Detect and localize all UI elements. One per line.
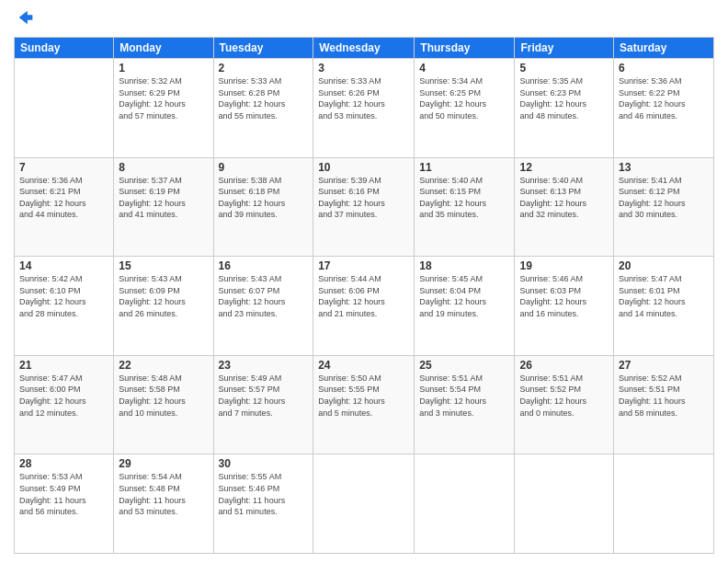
weekday-header-row: Sunday Monday Tuesday Wednesday Thursday… <box>15 38 714 59</box>
logo-icon <box>16 7 36 28</box>
day-number-6: 6 <box>619 62 709 75</box>
cell-week2-day6: 20Sunrise: 5:47 AM Sunset: 6:01 PM Dayli… <box>614 257 714 356</box>
day-number-17: 17 <box>318 259 409 272</box>
cell-content-24: Sunrise: 5:50 AM Sunset: 5:55 PM Dayligh… <box>318 373 409 419</box>
day-number-21: 21 <box>19 359 108 372</box>
cell-content-3: Sunrise: 5:33 AM Sunset: 6:26 PM Dayligh… <box>318 75 409 121</box>
day-number-3: 3 <box>318 62 409 75</box>
day-number-22: 22 <box>119 359 208 372</box>
cell-content-26: Sunrise: 5:51 AM Sunset: 5:52 PM Dayligh… <box>519 373 609 419</box>
cell-week4-day6 <box>614 454 714 554</box>
day-number-9: 9 <box>219 161 309 174</box>
cell-week3-day3: 24Sunrise: 5:50 AM Sunset: 5:55 PM Dayli… <box>313 355 415 454</box>
cell-week0-day2: 2Sunrise: 5:33 AM Sunset: 6:28 PM Daylig… <box>213 59 313 158</box>
cell-content-25: Sunrise: 5:51 AM Sunset: 5:54 PM Dayligh… <box>419 373 509 419</box>
header-wednesday: Wednesday <box>313 38 415 59</box>
cell-content-10: Sunrise: 5:39 AM Sunset: 6:16 PM Dayligh… <box>318 175 409 221</box>
day-number-11: 11 <box>419 161 509 174</box>
cell-week4-day1: 29Sunrise: 5:54 AM Sunset: 5:48 PM Dayli… <box>114 454 213 554</box>
calendar-table: Sunday Monday Tuesday Wednesday Thursday… <box>14 37 714 554</box>
cell-week2-day1: 15Sunrise: 5:43 AM Sunset: 6:09 PM Dayli… <box>114 257 213 356</box>
week-row-3: 21Sunrise: 5:47 AM Sunset: 6:00 PM Dayli… <box>15 355 714 454</box>
day-number-7: 7 <box>19 161 108 174</box>
cell-content-1: Sunrise: 5:32 AM Sunset: 6:29 PM Dayligh… <box>119 75 208 121</box>
cell-content-8: Sunrise: 5:37 AM Sunset: 6:19 PM Dayligh… <box>119 175 208 221</box>
cell-week2-day0: 14Sunrise: 5:42 AM Sunset: 6:10 PM Dayli… <box>15 257 114 356</box>
cell-content-4: Sunrise: 5:34 AM Sunset: 6:25 PM Dayligh… <box>419 75 509 121</box>
day-number-27: 27 <box>619 359 709 372</box>
header-monday: Monday <box>114 38 213 59</box>
cell-content-11: Sunrise: 5:40 AM Sunset: 6:15 PM Dayligh… <box>419 175 509 221</box>
day-number-26: 26 <box>519 359 609 372</box>
header-saturday: Saturday <box>614 38 714 59</box>
cell-content-30: Sunrise: 5:55 AM Sunset: 5:46 PM Dayligh… <box>219 471 309 517</box>
calendar-body: 1Sunrise: 5:32 AM Sunset: 6:29 PM Daylig… <box>15 59 714 554</box>
day-number-24: 24 <box>318 359 409 372</box>
day-number-12: 12 <box>519 161 609 174</box>
day-number-23: 23 <box>219 359 309 372</box>
header-friday: Friday <box>515 38 614 59</box>
week-row-0: 1Sunrise: 5:32 AM Sunset: 6:29 PM Daylig… <box>15 59 714 158</box>
cell-week1-day5: 12Sunrise: 5:40 AM Sunset: 6:13 PM Dayli… <box>515 157 614 257</box>
header-thursday: Thursday <box>415 38 515 59</box>
day-number-14: 14 <box>19 259 108 272</box>
cell-content-15: Sunrise: 5:43 AM Sunset: 6:09 PM Dayligh… <box>119 273 208 319</box>
day-number-20: 20 <box>619 259 709 272</box>
cell-content-13: Sunrise: 5:41 AM Sunset: 6:12 PM Dayligh… <box>619 175 709 221</box>
cell-week0-day5: 5Sunrise: 5:35 AM Sunset: 6:23 PM Daylig… <box>515 59 614 158</box>
cell-week4-day5 <box>515 454 614 554</box>
cell-week2-day4: 18Sunrise: 5:45 AM Sunset: 6:04 PM Dayli… <box>415 257 515 356</box>
day-number-29: 29 <box>119 457 208 470</box>
day-number-13: 13 <box>619 161 709 174</box>
cell-week0-day0 <box>15 59 114 158</box>
cell-content-5: Sunrise: 5:35 AM Sunset: 6:23 PM Dayligh… <box>519 75 609 121</box>
cell-week1-day6: 13Sunrise: 5:41 AM Sunset: 6:12 PM Dayli… <box>614 157 714 257</box>
cell-content-2: Sunrise: 5:33 AM Sunset: 6:28 PM Dayligh… <box>219 75 309 121</box>
cell-week1-day0: 7Sunrise: 5:36 AM Sunset: 6:21 PM Daylig… <box>15 157 114 257</box>
cell-content-19: Sunrise: 5:46 AM Sunset: 6:03 PM Dayligh… <box>519 273 609 319</box>
page: Sunday Monday Tuesday Wednesday Thursday… <box>0 0 728 563</box>
cell-week4-day4 <box>415 454 515 554</box>
day-number-2: 2 <box>219 62 309 75</box>
cell-week0-day6: 6Sunrise: 5:36 AM Sunset: 6:22 PM Daylig… <box>614 59 714 158</box>
day-number-28: 28 <box>19 457 108 470</box>
cell-week0-day3: 3Sunrise: 5:33 AM Sunset: 6:26 PM Daylig… <box>313 59 415 158</box>
day-number-8: 8 <box>119 161 208 174</box>
cell-content-20: Sunrise: 5:47 AM Sunset: 6:01 PM Dayligh… <box>619 273 709 319</box>
day-number-10: 10 <box>318 161 409 174</box>
cell-content-9: Sunrise: 5:38 AM Sunset: 6:18 PM Dayligh… <box>219 175 309 221</box>
cell-week1-day1: 8Sunrise: 5:37 AM Sunset: 6:19 PM Daylig… <box>114 157 213 257</box>
cell-content-16: Sunrise: 5:43 AM Sunset: 6:07 PM Dayligh… <box>219 273 309 319</box>
cell-content-27: Sunrise: 5:52 AM Sunset: 5:51 PM Dayligh… <box>619 373 709 419</box>
cell-week3-day2: 23Sunrise: 5:49 AM Sunset: 5:57 PM Dayli… <box>213 355 313 454</box>
cell-content-7: Sunrise: 5:36 AM Sunset: 6:21 PM Dayligh… <box>19 175 108 221</box>
day-number-25: 25 <box>419 359 509 372</box>
day-number-15: 15 <box>119 259 208 272</box>
week-row-1: 7Sunrise: 5:36 AM Sunset: 6:21 PM Daylig… <box>15 157 714 257</box>
cell-content-17: Sunrise: 5:44 AM Sunset: 6:06 PM Dayligh… <box>318 273 409 319</box>
cell-content-18: Sunrise: 5:45 AM Sunset: 6:04 PM Dayligh… <box>419 273 509 319</box>
cell-week0-day4: 4Sunrise: 5:34 AM Sunset: 6:25 PM Daylig… <box>415 59 515 158</box>
cell-content-29: Sunrise: 5:54 AM Sunset: 5:48 PM Dayligh… <box>119 471 208 517</box>
cell-week3-day5: 26Sunrise: 5:51 AM Sunset: 5:52 PM Dayli… <box>515 355 614 454</box>
cell-week2-day3: 17Sunrise: 5:44 AM Sunset: 6:06 PM Dayli… <box>313 257 415 356</box>
header-tuesday: Tuesday <box>213 38 313 59</box>
day-number-1: 1 <box>119 62 208 75</box>
cell-week3-day1: 22Sunrise: 5:48 AM Sunset: 5:58 PM Dayli… <box>114 355 213 454</box>
day-number-30: 30 <box>219 457 309 470</box>
cell-content-28: Sunrise: 5:53 AM Sunset: 5:49 PM Dayligh… <box>19 471 108 517</box>
cell-week4-day0: 28Sunrise: 5:53 AM Sunset: 5:49 PM Dayli… <box>15 454 114 554</box>
day-number-4: 4 <box>419 62 509 75</box>
day-number-5: 5 <box>519 62 609 75</box>
day-number-16: 16 <box>219 259 309 272</box>
cell-week3-day6: 27Sunrise: 5:52 AM Sunset: 5:51 PM Dayli… <box>614 355 714 454</box>
cell-content-23: Sunrise: 5:49 AM Sunset: 5:57 PM Dayligh… <box>219 373 309 419</box>
cell-content-6: Sunrise: 5:36 AM Sunset: 6:22 PM Dayligh… <box>619 75 709 121</box>
cell-week1-day2: 9Sunrise: 5:38 AM Sunset: 6:18 PM Daylig… <box>213 157 313 257</box>
day-number-18: 18 <box>419 259 509 272</box>
cell-week2-day2: 16Sunrise: 5:43 AM Sunset: 6:07 PM Dayli… <box>213 257 313 356</box>
logo <box>14 9 36 29</box>
cell-content-22: Sunrise: 5:48 AM Sunset: 5:58 PM Dayligh… <box>119 373 208 419</box>
cell-content-12: Sunrise: 5:40 AM Sunset: 6:13 PM Dayligh… <box>519 175 609 221</box>
day-number-19: 19 <box>519 259 609 272</box>
